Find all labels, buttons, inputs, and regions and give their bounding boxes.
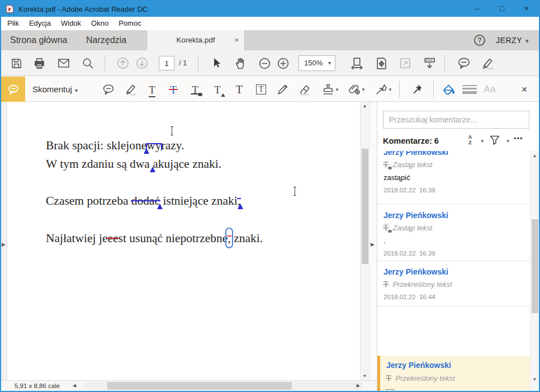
filter-funnel-icon	[489, 134, 500, 145]
zoom-out-button[interactable]	[254, 53, 274, 73]
comment-date: 2018.02.22 16:39	[383, 187, 530, 193]
scroll-up-icon[interactable]: ▲	[361, 103, 369, 108]
fit-page-button[interactable]	[371, 53, 391, 73]
search-button[interactable]	[78, 53, 98, 73]
menu-plik[interactable]: Plik	[2, 17, 24, 30]
filter-comments-button[interactable]: ▾	[489, 134, 509, 148]
maximize-button[interactable]: □	[490, 1, 514, 17]
highlight-text-button[interactable]	[121, 79, 141, 100]
insert-space-annotation[interactable]	[146, 143, 162, 150]
zoom-level-value: 150%	[304, 56, 323, 70]
menu-widok[interactable]: Widok	[56, 17, 86, 30]
close-comment-toolbar-button[interactable]: ×	[514, 79, 534, 100]
print-button[interactable]	[29, 53, 49, 73]
add-text-button[interactable]: T	[229, 79, 249, 100]
fullscreen-button[interactable]	[395, 53, 415, 73]
tab-tools[interactable]: Narzędzia	[79, 30, 133, 50]
scrollbar-thumb[interactable]	[532, 219, 538, 313]
keep-tool-selected-pin[interactable]	[408, 79, 428, 100]
comment-item[interactable]: Jerzy Pieńkowski TPrzekreślony tekst 201…	[377, 261, 530, 306]
tab-close-icon[interactable]: ×	[234, 30, 239, 50]
highlight-tool-button[interactable]	[477, 53, 498, 73]
tab-document[interactable]: Korekta.pdf ×	[146, 30, 245, 50]
menu-okno[interactable]: Okno	[86, 17, 113, 30]
doc-line-1: Brak spacji: sklejonewyrazy.	[46, 139, 184, 153]
insert-text-icon: T	[214, 84, 221, 95]
expand-panel-icon[interactable]: ▶	[2, 242, 6, 247]
strikethrough-text-button[interactable]: T	[163, 79, 183, 100]
select-tool-button[interactable]	[207, 53, 227, 73]
strikethrough-red-annotation[interactable]: ee	[107, 232, 118, 245]
replace-text-icon: T	[192, 84, 198, 95]
shapes-tool-button[interactable]: ▾	[371, 79, 395, 100]
page-number-input[interactable]	[159, 56, 174, 70]
stamp-tool-button[interactable]: ▾	[318, 79, 342, 100]
comment-mode-tile[interactable]	[1, 77, 25, 102]
comments-count-label: Komentarze: 6	[383, 136, 439, 145]
comment-type: TPrzekreślony tekst	[383, 280, 530, 289]
comments-panel-collapse-strip[interactable]: ▶	[369, 102, 377, 380]
document-vertical-scrollbar[interactable]: ▲ ▼	[360, 102, 369, 380]
strikethrough-blue-annotation[interactable]: dodać	[131, 194, 160, 207]
insert-text-button[interactable]: T	[207, 79, 228, 100]
comment-type: TZastąp tekst	[383, 224, 530, 232]
scrollbar-thumb[interactable]	[107, 382, 292, 390]
comment-item[interactable]: Jerzy Pieńkowski TZastąp tekst zastąpić …	[377, 151, 530, 204]
save-button[interactable]	[6, 53, 26, 73]
hand-tool-button[interactable]	[230, 53, 250, 73]
scroll-right-icon[interactable]: ▶	[357, 381, 360, 391]
scroll-down-icon[interactable]: ▼	[530, 377, 539, 382]
search-comments-input[interactable]	[383, 111, 529, 129]
collapse-panel-icon[interactable]: ▶	[371, 242, 375, 247]
comment-type: TPrzekreślony tekst	[386, 374, 455, 382]
scrollbar-thumb[interactable]	[362, 149, 368, 264]
next-page-button[interactable]	[132, 53, 152, 73]
navigation-pane-collapsed[interactable]: ▶	[1, 102, 7, 380]
sort-comments-button[interactable]: AZ ▾	[466, 134, 485, 148]
attachment-tool-button[interactable]: ▾	[344, 79, 368, 100]
previous-page-button[interactable]	[113, 53, 133, 73]
checkmark-checkbox[interactable]	[386, 389, 394, 391]
text-box-button[interactable]: T	[251, 79, 271, 100]
more-options-button[interactable]: •••	[514, 134, 523, 143]
selected-annotation[interactable]: ,	[228, 232, 230, 245]
eraser-tool-button[interactable]	[295, 79, 315, 100]
fit-width-button[interactable]	[347, 53, 367, 73]
menu-edycja[interactable]: Edycja	[24, 17, 56, 30]
comment-item[interactable]: Jerzy Pieńkowski TZastąp tekst . 2018.02…	[377, 206, 530, 261]
page-size-label: 5,91 x 8,86 cale	[15, 381, 60, 391]
replace-text-button[interactable]: T	[185, 79, 205, 100]
close-icon: ×	[521, 83, 527, 96]
text-cursor	[172, 126, 172, 135]
comment-dropdown[interactable]: Skomentuj▾	[32, 77, 78, 102]
menu-pomoc[interactable]: Pomoc	[113, 17, 146, 30]
user-menu[interactable]: JERZY▾	[496, 30, 529, 50]
tab-home[interactable]: Strona główna	[3, 30, 74, 50]
comments-list: Jerzy Pieńkowski TZastąp tekst zastąpić …	[377, 151, 539, 391]
comment-date: 2018.02.22 16:44	[400, 390, 452, 391]
fill-color-button[interactable]	[439, 79, 459, 100]
text-properties-button[interactable]: Aa	[480, 79, 500, 100]
scroll-down-icon[interactable]: ▼	[361, 374, 369, 379]
zoom-level-select[interactable]: 150% ▾	[299, 55, 335, 71]
scroll-left-icon[interactable]: ◀	[73, 381, 76, 391]
comments-scrollbar[interactable]: ▲ ▼	[530, 151, 539, 391]
help-icon[interactable]: ?	[474, 35, 485, 46]
underline-text-button[interactable]: T	[142, 79, 162, 100]
dock-toolbar-button[interactable]	[419, 53, 439, 73]
scroll-up-icon[interactable]: ▲	[530, 153, 539, 158]
chevron-down-icon: ▾	[75, 87, 78, 93]
zoom-in-button[interactable]	[273, 53, 293, 73]
line-thickness-button[interactable]	[460, 79, 480, 100]
sticky-note-button[interactable]	[98, 79, 119, 100]
comment-author: Jerzy Pieńkowski	[386, 361, 451, 370]
strikethrough-text-icon: T	[170, 84, 177, 95]
document-area: ▶ Brak spacji: sklejonewyrazy. W tym zda…	[1, 102, 377, 380]
close-button[interactable]: ×	[514, 1, 539, 17]
email-button[interactable]	[54, 53, 74, 73]
comment-item-selected[interactable]: Jerzy Pieńkowski TPrzekreślony tekst 201…	[377, 356, 539, 391]
minimize-button[interactable]: –	[465, 1, 490, 17]
comment-tool-button[interactable]	[454, 53, 474, 73]
draw-tool-button[interactable]	[273, 79, 293, 100]
document-horizontal-scrollbar[interactable]	[84, 382, 362, 390]
